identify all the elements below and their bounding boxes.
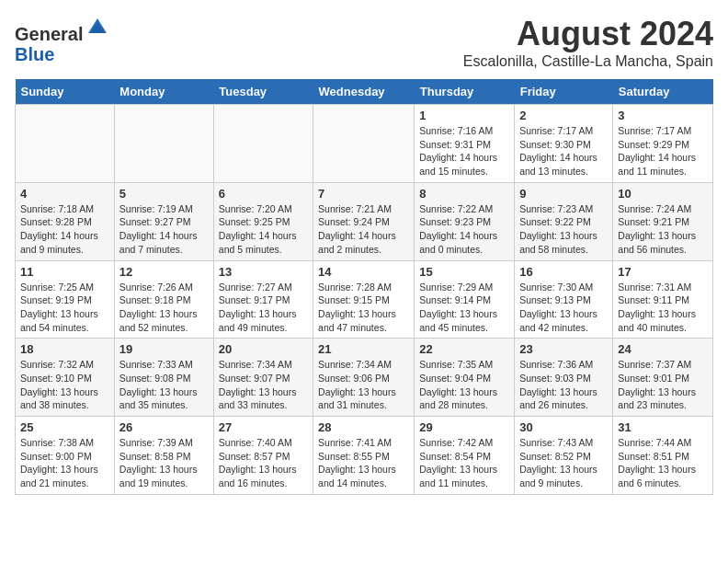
week-row-3: 11Sunrise: 7:25 AM Sunset: 9:19 PM Dayli…	[16, 260, 713, 339]
day-cell: 19Sunrise: 7:33 AM Sunset: 9:08 PM Dayli…	[114, 339, 213, 417]
day-info: Sunrise: 7:42 AM Sunset: 8:54 PM Dayligh…	[419, 436, 509, 490]
col-header-tuesday: Tuesday	[213, 79, 313, 105]
day-info: Sunrise: 7:30 AM Sunset: 9:13 PM Dayligh…	[519, 281, 608, 335]
day-info: Sunrise: 7:43 AM Sunset: 8:52 PM Dayligh…	[519, 436, 608, 490]
day-cell: 23Sunrise: 7:36 AM Sunset: 9:03 PM Dayli…	[515, 339, 613, 417]
day-info: Sunrise: 7:20 AM Sunset: 9:25 PM Dayligh…	[219, 202, 308, 257]
day-info: Sunrise: 7:34 AM Sunset: 9:07 PM Dayligh…	[219, 358, 308, 412]
col-header-wednesday: Wednesday	[313, 79, 415, 105]
day-number: 23	[519, 342, 608, 356]
day-number: 24	[618, 342, 708, 356]
title-area: August 2024 Escalonilla, Castille-La Man…	[463, 15, 713, 70]
day-number: 1	[419, 109, 509, 122]
day-info: Sunrise: 7:29 AM Sunset: 9:14 PM Dayligh…	[419, 281, 509, 335]
day-cell: 17Sunrise: 7:31 AM Sunset: 9:11 PM Dayli…	[613, 260, 713, 339]
col-header-friday: Friday	[515, 79, 613, 105]
logo-icon	[85, 15, 110, 40]
week-row-4: 18Sunrise: 7:32 AM Sunset: 9:10 PM Dayli…	[16, 339, 713, 417]
day-number: 19	[119, 342, 209, 356]
day-cell: 30Sunrise: 7:43 AM Sunset: 8:52 PM Dayli…	[515, 417, 613, 495]
calendar-table: SundayMondayTuesdayWednesdayThursdayFrid…	[15, 79, 713, 495]
day-number: 28	[318, 420, 409, 434]
day-cell: 16Sunrise: 7:30 AM Sunset: 9:13 PM Dayli…	[515, 260, 613, 339]
day-cell: 3Sunrise: 7:17 AM Sunset: 9:29 PM Daylig…	[613, 105, 713, 183]
day-number: 29	[419, 420, 509, 434]
day-info: Sunrise: 7:21 AM Sunset: 9:24 PM Dayligh…	[318, 202, 409, 257]
day-cell: 31Sunrise: 7:44 AM Sunset: 8:51 PM Dayli…	[613, 417, 713, 495]
day-number: 13	[219, 265, 308, 279]
day-number: 14	[318, 265, 409, 279]
day-info: Sunrise: 7:27 AM Sunset: 9:17 PM Dayligh…	[219, 281, 308, 335]
week-row-1: 1Sunrise: 7:16 AM Sunset: 9:31 PM Daylig…	[16, 105, 713, 183]
day-number: 2	[519, 109, 608, 122]
day-info: Sunrise: 7:19 AM Sunset: 9:27 PM Dayligh…	[119, 202, 209, 257]
col-header-thursday: Thursday	[415, 79, 515, 105]
day-info: Sunrise: 7:39 AM Sunset: 8:58 PM Dayligh…	[119, 436, 209, 490]
logo-blue: Blue	[15, 44, 54, 64]
day-number: 4	[20, 187, 109, 201]
day-number: 27	[219, 420, 308, 434]
day-number: 21	[318, 342, 409, 356]
day-number: 9	[519, 187, 608, 201]
day-cell: 1Sunrise: 7:16 AM Sunset: 9:31 PM Daylig…	[415, 105, 515, 183]
day-info: Sunrise: 7:18 AM Sunset: 9:28 PM Dayligh…	[20, 202, 109, 257]
day-cell: 24Sunrise: 7:37 AM Sunset: 9:01 PM Dayli…	[613, 339, 713, 417]
day-cell: 9Sunrise: 7:23 AM Sunset: 9:22 PM Daylig…	[515, 182, 613, 260]
day-cell: 18Sunrise: 7:32 AM Sunset: 9:10 PM Dayli…	[16, 339, 115, 417]
day-cell: 13Sunrise: 7:27 AM Sunset: 9:17 PM Dayli…	[213, 260, 313, 339]
day-number: 15	[419, 265, 509, 279]
day-cell	[213, 105, 313, 183]
day-number: 3	[618, 109, 708, 122]
day-number: 12	[119, 265, 209, 279]
header: General Blue August 2024 Escalonilla, Ca…	[15, 15, 713, 70]
day-cell: 20Sunrise: 7:34 AM Sunset: 9:07 PM Dayli…	[213, 339, 313, 417]
day-cell: 14Sunrise: 7:28 AM Sunset: 9:15 PM Dayli…	[313, 260, 415, 339]
day-info: Sunrise: 7:28 AM Sunset: 9:15 PM Dayligh…	[318, 281, 409, 335]
day-info: Sunrise: 7:17 AM Sunset: 9:29 PM Dayligh…	[618, 124, 708, 178]
day-info: Sunrise: 7:40 AM Sunset: 8:57 PM Dayligh…	[219, 436, 308, 490]
day-info: Sunrise: 7:17 AM Sunset: 9:30 PM Dayligh…	[519, 124, 608, 178]
day-number: 5	[119, 187, 209, 201]
day-info: Sunrise: 7:26 AM Sunset: 9:18 PM Dayligh…	[119, 281, 209, 335]
day-cell: 12Sunrise: 7:26 AM Sunset: 9:18 PM Dayli…	[114, 260, 213, 339]
day-number: 25	[20, 420, 109, 434]
day-info: Sunrise: 7:24 AM Sunset: 9:21 PM Dayligh…	[618, 202, 708, 257]
day-info: Sunrise: 7:35 AM Sunset: 9:04 PM Dayligh…	[419, 358, 509, 412]
day-number: 31	[618, 420, 708, 434]
day-cell: 15Sunrise: 7:29 AM Sunset: 9:14 PM Dayli…	[415, 260, 515, 339]
col-header-saturday: Saturday	[613, 79, 713, 105]
day-info: Sunrise: 7:16 AM Sunset: 9:31 PM Dayligh…	[419, 124, 509, 178]
day-number: 30	[519, 420, 608, 434]
day-number: 26	[119, 420, 209, 434]
day-number: 6	[219, 187, 308, 201]
location-title: Escalonilla, Castille-La Mancha, Spain	[463, 53, 713, 70]
day-info: Sunrise: 7:34 AM Sunset: 9:06 PM Dayligh…	[318, 358, 409, 412]
day-info: Sunrise: 7:32 AM Sunset: 9:10 PM Dayligh…	[20, 358, 109, 412]
day-cell	[114, 105, 213, 183]
day-info: Sunrise: 7:33 AM Sunset: 9:08 PM Dayligh…	[119, 358, 209, 412]
day-cell: 5Sunrise: 7:19 AM Sunset: 9:27 PM Daylig…	[114, 182, 213, 260]
day-cell: 8Sunrise: 7:22 AM Sunset: 9:23 PM Daylig…	[415, 182, 515, 260]
day-number: 22	[419, 342, 509, 356]
day-number: 10	[618, 187, 708, 201]
day-cell: 27Sunrise: 7:40 AM Sunset: 8:57 PM Dayli…	[213, 417, 313, 495]
day-info: Sunrise: 7:36 AM Sunset: 9:03 PM Dayligh…	[519, 358, 608, 412]
day-cell: 7Sunrise: 7:21 AM Sunset: 9:24 PM Daylig…	[313, 182, 415, 260]
col-header-monday: Monday	[114, 79, 213, 105]
month-title: August 2024	[463, 15, 713, 53]
col-header-sunday: Sunday	[16, 79, 115, 105]
day-number: 7	[318, 187, 409, 201]
day-cell: 28Sunrise: 7:41 AM Sunset: 8:55 PM Dayli…	[313, 417, 415, 495]
day-number: 18	[20, 342, 109, 356]
day-cell: 22Sunrise: 7:35 AM Sunset: 9:04 PM Dayli…	[415, 339, 515, 417]
day-cell: 4Sunrise: 7:18 AM Sunset: 9:28 PM Daylig…	[16, 182, 115, 260]
day-info: Sunrise: 7:25 AM Sunset: 9:19 PM Dayligh…	[20, 281, 109, 335]
day-cell: 10Sunrise: 7:24 AM Sunset: 9:21 PM Dayli…	[613, 182, 713, 260]
day-cell: 11Sunrise: 7:25 AM Sunset: 9:19 PM Dayli…	[16, 260, 115, 339]
day-info: Sunrise: 7:38 AM Sunset: 9:00 PM Dayligh…	[20, 436, 109, 490]
header-row: SundayMondayTuesdayWednesdayThursdayFrid…	[16, 79, 713, 105]
logo: General Blue	[15, 15, 110, 64]
day-cell: 25Sunrise: 7:38 AM Sunset: 9:00 PM Dayli…	[16, 417, 115, 495]
day-cell: 26Sunrise: 7:39 AM Sunset: 8:58 PM Dayli…	[114, 417, 213, 495]
week-row-5: 25Sunrise: 7:38 AM Sunset: 9:00 PM Dayli…	[16, 417, 713, 495]
